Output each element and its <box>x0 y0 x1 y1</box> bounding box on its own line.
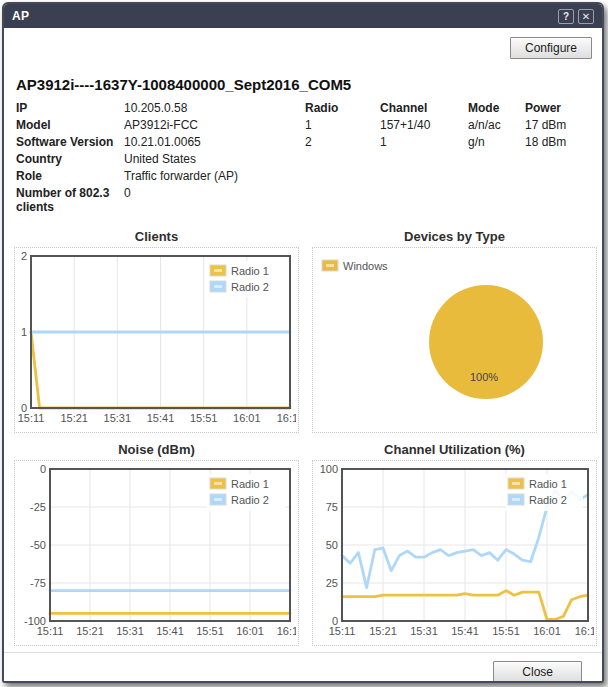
devices-by-type-chart: Windows100% <box>312 247 597 433</box>
close-button[interactable]: Close <box>493 661 582 681</box>
svg-text:16:11: 16:11 <box>277 625 296 637</box>
svg-text:15:41: 15:41 <box>451 625 479 637</box>
svg-text:100%: 100% <box>470 371 498 383</box>
svg-text:16:01: 16:01 <box>236 625 264 637</box>
clients-chart-block: Clients 01215:1115:2115:3115:4115:5116:0… <box>14 229 299 433</box>
svg-text:15:41: 15:41 <box>156 625 184 637</box>
radio-cell: a/n/ac <box>468 117 525 133</box>
svg-text:75: 75 <box>326 501 338 513</box>
detail-value: AP3912i-FCC <box>124 117 293 133</box>
svg-text:Radio 1: Radio 1 <box>529 478 567 490</box>
svg-text:15:11: 15:11 <box>18 412 45 424</box>
window-title: AP <box>12 9 29 23</box>
svg-text:16:11: 16:11 <box>277 412 296 424</box>
noise-chart: -100-75-50-25015:1115:2115:3115:4115:511… <box>14 460 299 646</box>
radio-col-header: Power <box>525 100 590 116</box>
devices-by-type-chart-block: Devices by Type Windows100% <box>312 229 597 433</box>
svg-text:15:21: 15:21 <box>76 625 104 637</box>
ap-dialog: AP ? ✕ Configure AP3912i----1637Y-100840… <box>2 2 604 683</box>
close-icon[interactable]: ✕ <box>578 9 594 24</box>
ap-name: AP3912i----1637Y-1008400000_Sept2016_COM… <box>16 76 590 93</box>
svg-text:16:01: 16:01 <box>533 625 561 637</box>
svg-text:-75: -75 <box>30 577 46 589</box>
noise-chart-block: Noise (dBm) -100-75-50-25015:1115:2115:3… <box>14 442 299 646</box>
svg-text:-25: -25 <box>30 501 46 513</box>
configure-row: Configure <box>4 28 602 66</box>
svg-text:15:41: 15:41 <box>147 412 175 424</box>
configure-button[interactable]: Configure <box>510 37 592 59</box>
svg-text:15:21: 15:21 <box>60 412 88 424</box>
chart-title: Channel Utilization (%) <box>312 442 597 457</box>
svg-text:Windows: Windows <box>343 260 388 272</box>
svg-text:15:51: 15:51 <box>492 625 520 637</box>
help-icon[interactable]: ? <box>558 9 574 24</box>
svg-text:Radio 1: Radio 1 <box>231 478 269 490</box>
svg-text:15:51: 15:51 <box>196 625 224 637</box>
svg-text:15:31: 15:31 <box>104 412 132 424</box>
radio-cell: 157+1/40 <box>380 117 468 133</box>
radio-cell: 18 dBm <box>525 134 590 150</box>
detail-label: IP <box>16 100 116 116</box>
radio-cell: 1 <box>305 117 380 133</box>
svg-text:100: 100 <box>320 463 338 475</box>
radio-col-header: Mode <box>468 100 525 116</box>
svg-text:Radio 2: Radio 2 <box>231 281 269 293</box>
dialog-footer: Close <box>4 652 602 681</box>
svg-text:Radio 1: Radio 1 <box>231 265 269 277</box>
svg-text:15:21: 15:21 <box>369 625 397 637</box>
chart-title: Clients <box>14 229 299 244</box>
svg-text:15:31: 15:31 <box>116 625 144 637</box>
radio-col-header: Channel <box>380 100 468 116</box>
detail-value: 10.21.01.0065 <box>124 134 293 150</box>
svg-text:15:11: 15:11 <box>37 625 64 637</box>
ap-details: IP 10.205.0.58 Model AP3912i-FCC Softwar… <box>16 100 293 215</box>
channel-utilization-chart-block: Channel Utilization (%) 025507510015:111… <box>312 442 597 646</box>
detail-value: 10.205.0.58 <box>124 100 293 116</box>
detail-label: Software Version <box>16 134 116 150</box>
ap-info-section: IP 10.205.0.58 Model AP3912i-FCC Softwar… <box>4 98 602 215</box>
svg-text:2: 2 <box>21 250 27 262</box>
svg-text:0: 0 <box>40 463 46 475</box>
svg-text:25: 25 <box>326 577 338 589</box>
detail-label: Model <box>16 117 116 133</box>
svg-text:Radio 2: Radio 2 <box>231 494 269 506</box>
detail-label: Country <box>16 151 116 167</box>
detail-label: Number of 802.3 clients <box>16 185 116 215</box>
svg-text:15:11: 15:11 <box>329 625 356 637</box>
detail-value: United States <box>124 151 293 167</box>
radio-cell: 17 dBm <box>525 117 590 133</box>
svg-text:50: 50 <box>326 539 338 551</box>
dialog-content: Configure AP3912i----1637Y-1008400000_Se… <box>4 28 602 681</box>
svg-text:-50: -50 <box>30 539 46 551</box>
svg-text:15:51: 15:51 <box>190 412 218 424</box>
radio-cell: 2 <box>305 134 380 150</box>
titlebar: AP ? ✕ <box>4 4 602 28</box>
svg-text:16:01: 16:01 <box>233 412 261 424</box>
chart-title: Devices by Type <box>312 229 597 244</box>
charts-grid: Clients 01215:1115:2115:3115:4115:5116:0… <box>4 215 602 646</box>
svg-text:1: 1 <box>21 326 27 338</box>
detail-value: 0 <box>124 185 293 215</box>
channel-utilization-chart: 025507510015:1115:2115:3115:4115:5116:01… <box>312 460 597 646</box>
chart-title: Noise (dBm) <box>14 442 299 457</box>
svg-text:15:31: 15:31 <box>410 625 438 637</box>
radio-col-header: Radio <box>305 100 380 116</box>
svg-text:16:11: 16:11 <box>575 625 594 637</box>
radio-table: Radio Channel Mode Power 1 157+1/40 a/n/… <box>305 100 590 215</box>
detail-label: Role <box>16 168 116 184</box>
clients-chart: 01215:1115:2115:3115:4115:5116:0116:11Ra… <box>14 247 299 433</box>
radio-cell: 1 <box>380 134 468 150</box>
svg-text:Radio 2: Radio 2 <box>529 494 567 506</box>
detail-value: Traffic forwarder (AP) <box>124 168 293 184</box>
radio-cell: g/n <box>468 134 525 150</box>
